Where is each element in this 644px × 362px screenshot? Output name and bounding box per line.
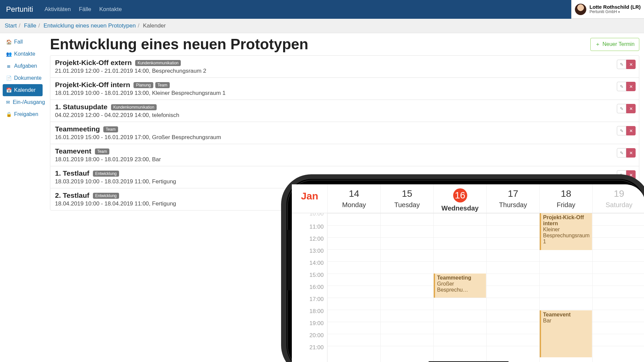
calendar-day[interactable]: 19Saturday — [592, 184, 644, 213]
day-column — [380, 213, 433, 362]
tag: Team — [155, 82, 170, 88]
sidebar-item-label: Kalender — [14, 87, 36, 93]
top-bar: Pertuniti Aktivitäten Fälle Kontakte Lot… — [0, 0, 644, 19]
phone-mockup: Jan14Monday15Tuesday16Wednesday17Thursda… — [281, 174, 644, 362]
crumb-start[interactable]: Start — [5, 22, 17, 29]
sidebar-item-label: Ein-/Ausgang — [13, 99, 45, 105]
nav-contacts[interactable]: Kontakte — [99, 6, 122, 13]
sidebar-item-freigaben[interactable]: 🔒Freigaben — [3, 108, 43, 120]
tag: Kundenkommunikation — [111, 104, 157, 110]
event-row[interactable]: Teammeeting Team16.01.2019 15:00 - 16.01… — [50, 122, 639, 144]
event-title: Projekt-Kick-Off extern — [55, 59, 132, 66]
sidebar-item-fall[interactable]: 🏠Fall — [3, 36, 43, 48]
sidebar-item-dokumente[interactable]: 📄Dokumente — [3, 72, 43, 84]
calendar-day[interactable]: 18Friday — [539, 184, 592, 213]
day-column: TeammeetingGroßer Besprechu… — [433, 213, 486, 362]
sidebar-icon: 👥 — [6, 51, 11, 57]
brand-logo[interactable]: Pertuniti — [6, 5, 33, 14]
event-row[interactable]: Teamevent Team18.01.2019 18:00 - 18.01.2… — [50, 144, 639, 166]
sidebar: 🏠Fall👥Kontakte≣Aufgaben📄Dokumente📅Kalend… — [0, 33, 45, 210]
tag: Team — [95, 148, 109, 155]
delete-button[interactable]: ✕ — [626, 126, 636, 135]
day-column: Projekt-Kick-Off internKleiner Besprechu… — [539, 213, 592, 362]
event-title: 1. Statusupdate — [55, 103, 107, 111]
new-appointment-button[interactable]: ＋Neuer Termin — [590, 38, 639, 51]
tag: Entwicklung — [93, 193, 119, 199]
nav-activities[interactable]: Aktivitäten — [45, 6, 71, 13]
sidebar-icon: ≣ — [6, 63, 11, 69]
day-column — [592, 213, 644, 362]
event-title: Teammeeting — [55, 125, 100, 133]
nav-cases[interactable]: Fälle — [79, 6, 91, 13]
calendar-event[interactable]: Projekt-Kick-Off internKleiner Besprechu… — [540, 213, 592, 250]
sidebar-item-kalender[interactable]: 📅Kalender — [3, 84, 43, 96]
time-column: 10:0011:0012:0013:0014:0015:0016:0017:00… — [292, 213, 327, 362]
event-subtitle: 18.01.2019 18:00 - 18.01.2019 23:00, Bar — [55, 156, 634, 163]
edit-button[interactable]: ✎ — [617, 104, 626, 113]
sidebar-item-label: Fall — [14, 39, 23, 45]
tag: Kundenkommunikation — [135, 60, 181, 66]
crumb-current: Kalender — [143, 22, 166, 29]
phone-screen: Jan14Monday15Tuesday16Wednesday17Thursda… — [292, 184, 644, 362]
breadcrumb: Start/ Fälle/ Entwicklung eines neuen Pr… — [0, 19, 644, 33]
sidebar-icon: ✉ — [6, 100, 10, 105]
tag: Team — [103, 126, 118, 132]
delete-button[interactable]: ✕ — [626, 104, 636, 113]
sidebar-icon: 🏠 — [6, 39, 11, 45]
user-org: Pertuniti GmbH▾ — [590, 10, 641, 14]
sidebar-item-ein-/ausgang[interactable]: ✉Ein-/Ausgang — [3, 96, 43, 108]
edit-button[interactable]: ✎ — [617, 148, 626, 158]
sidebar-item-label: Dokumente — [14, 75, 42, 81]
sidebar-icon: 🔒 — [6, 112, 11, 117]
calendar-day[interactable]: 15Tuesday — [380, 184, 433, 213]
plus-icon: ＋ — [595, 41, 600, 48]
sidebar-item-label: Kontakte — [14, 51, 35, 57]
top-nav: Aktivitäten Fälle Kontakte — [45, 6, 122, 13]
edit-button[interactable]: ✎ — [617, 126, 626, 135]
event-title: Projekt-Kick-Off intern — [55, 81, 130, 88]
crumb-cases[interactable]: Fälle — [24, 22, 36, 29]
tag: Planung — [133, 82, 153, 88]
event-subtitle: 16.01.2019 15:00 - 16.01.2019 17:00, Gro… — [55, 134, 634, 141]
sidebar-icon: 📄 — [6, 75, 11, 81]
event-subtitle: 18.01.2019 10:00 - 18.01.2019 13:00, Kle… — [55, 90, 634, 97]
sidebar-icon: 📅 — [6, 87, 11, 93]
event-row[interactable]: 1. Statusupdate Kundenkommunikation04.02… — [50, 100, 639, 122]
delete-button[interactable]: ✕ — [626, 82, 636, 91]
calendar-event[interactable]: TeammeetingGroßer Besprechu… — [434, 274, 486, 298]
edit-button[interactable]: ✎ — [617, 82, 626, 91]
tag: Entwicklung — [93, 171, 119, 177]
calendar-day[interactable]: 16Wednesday — [433, 184, 486, 213]
sidebar-item-label: Freigaben — [14, 111, 38, 117]
event-title: Teamevent — [55, 147, 91, 155]
user-menu[interactable]: Lotte Rothschild (LR) Pertuniti GmbH▾ — [571, 0, 644, 19]
event-row[interactable]: Projekt-Kick-Off extern Kundenkommunikat… — [50, 56, 639, 78]
sidebar-item-aufgaben[interactable]: ≣Aufgaben — [3, 60, 43, 72]
event-subtitle: 04.02.2019 12:00 - 04.02.2019 14:00, tel… — [55, 112, 634, 119]
delete-button[interactable]: ✕ — [626, 148, 636, 158]
calendar-day[interactable]: 17Thursday — [486, 184, 539, 213]
avatar — [575, 4, 586, 15]
crumb-case[interactable]: Entwicklung eines neuen Prototypen — [44, 22, 136, 29]
calendar-day[interactable]: 14Monday — [327, 184, 380, 213]
page-title: Entwicklung eines neuen Prototypen — [50, 36, 308, 53]
event-subtitle: 21.01.2019 12:00 - 21.01.2019 14:00, Bes… — [55, 68, 634, 74]
sidebar-item-label: Aufgaben — [14, 63, 37, 69]
user-name: Lotte Rothschild (LR) — [590, 4, 641, 10]
calendar-month: Jan — [292, 184, 327, 213]
event-title: 1. Testlauf — [55, 169, 89, 177]
event-title: 2. Testlauf — [55, 191, 89, 199]
edit-button[interactable]: ✎ — [617, 60, 626, 69]
chevron-down-icon: ▾ — [618, 10, 620, 14]
day-column — [486, 213, 539, 362]
calendar-event[interactable]: TeameventBar — [540, 310, 592, 357]
delete-button[interactable]: ✕ — [626, 60, 636, 69]
event-row[interactable]: Projekt-Kick-Off intern PlanungTeam18.01… — [50, 78, 639, 100]
day-column — [327, 213, 380, 362]
sidebar-item-kontakte[interactable]: 👥Kontakte — [3, 48, 43, 60]
